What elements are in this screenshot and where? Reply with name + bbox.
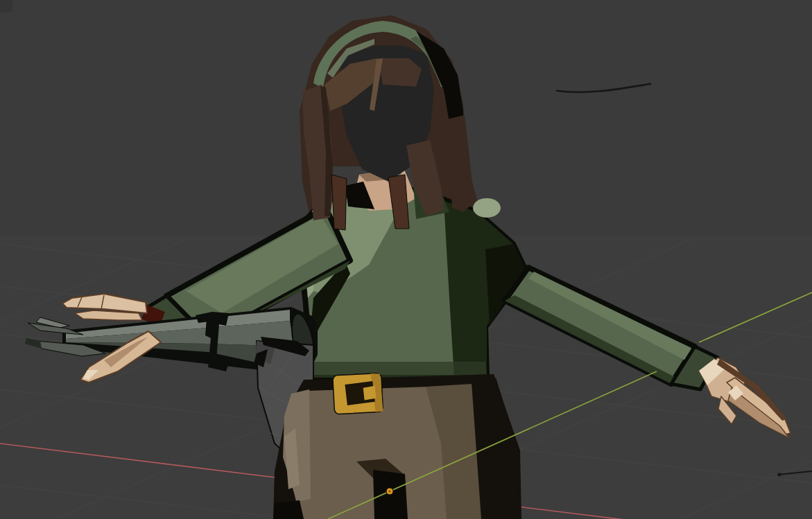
belt-buckle [333,373,383,414]
buckle-tab [363,386,377,401]
stroke-end-dot [778,473,781,477]
corner-editor-sliver [0,0,12,12]
pants [273,374,521,519]
hair-tip-chest-left [331,175,347,230]
viewport-canvas[interactable] [0,0,812,519]
origin-marker[interactable] [386,488,393,495]
viewport-3d[interactable] [0,0,812,519]
pants-bottom-left-dark [273,500,304,519]
shoulder-highlight [473,198,501,218]
origin-dot-core [388,490,390,492]
